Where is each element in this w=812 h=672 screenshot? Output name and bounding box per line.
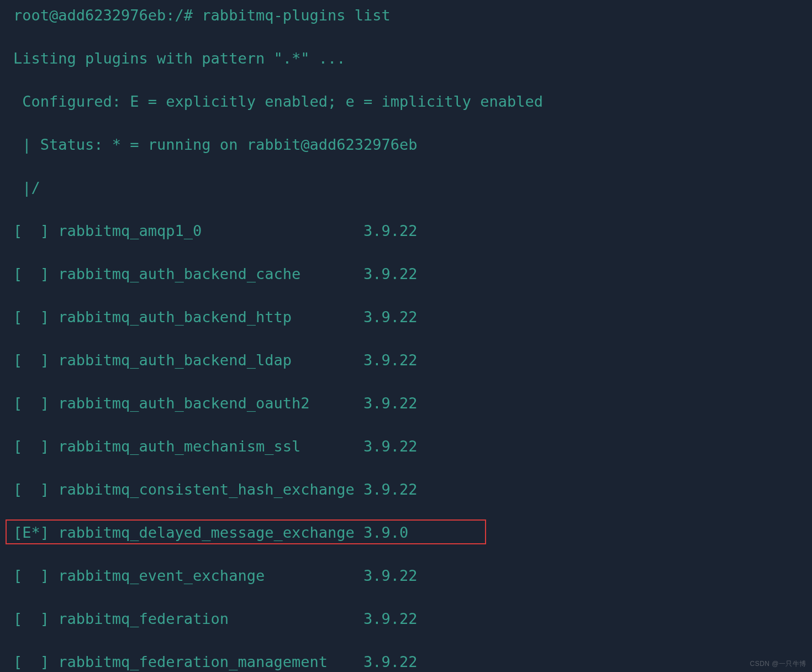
plugin-row: [ ] rabbitmq_auth_backend_cache 3.9.22 bbox=[0, 263, 812, 285]
command-prompt-line: root@add6232976eb:/# rabbitmq-plugins li… bbox=[0, 4, 812, 26]
plugin-row: [ ] rabbitmq_auth_backend_ldap 3.9.22 bbox=[0, 349, 812, 371]
plugin-row: [ ] rabbitmq_event_exchange 3.9.22 bbox=[0, 565, 812, 586]
watermark-text: CSDN @一只牛博 bbox=[750, 659, 806, 669]
status-legend: | Status: * = running on rabbit@add62329… bbox=[0, 134, 812, 155]
terminal-output: root@add6232976eb:/# rabbitmq-plugins li… bbox=[0, 0, 812, 672]
plugin-row: [ ] rabbitmq_federation_management 3.9.2… bbox=[0, 651, 812, 672]
plugin-row: [ ] rabbitmq_auth_backend_http 3.9.22 bbox=[0, 306, 812, 328]
plugin-row: [ ] rabbitmq_consistent_hash_exchange 3.… bbox=[0, 479, 812, 500]
plugin-row: [ ] rabbitmq_federation 3.9.22 bbox=[0, 608, 812, 629]
plugin-row: [ ] rabbitmq_auth_backend_oauth2 3.9.22 bbox=[0, 392, 812, 414]
legend-divider: |/ bbox=[0, 177, 812, 198]
plugin-row: [ ] rabbitmq_amqp1_0 3.9.22 bbox=[0, 220, 812, 242]
listing-header: Listing plugins with pattern ".*" ... bbox=[0, 48, 812, 69]
plugin-row: [E*] rabbitmq_delayed_message_exchange 3… bbox=[0, 522, 812, 543]
plugin-row: [ ] rabbitmq_auth_mechanism_ssl 3.9.22 bbox=[0, 435, 812, 457]
configured-legend: Configured: E = explicitly enabled; e = … bbox=[0, 91, 812, 112]
